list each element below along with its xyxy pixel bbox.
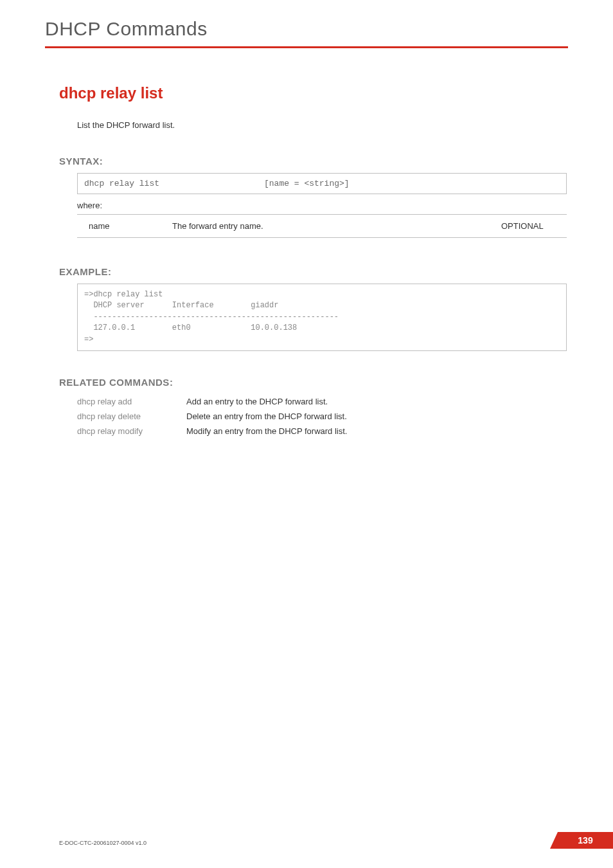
related-command-name: dhcp relay modify xyxy=(77,424,186,439)
param-required: OPTIONAL xyxy=(496,215,567,238)
header-rule xyxy=(45,46,568,48)
syntax-heading: SYNTAX: xyxy=(59,156,567,167)
related-row: dhcp relay deleteDelete an entry from th… xyxy=(77,409,567,424)
related-command-desc: Modify an entry from the DHCP forward li… xyxy=(186,424,567,439)
page-number-badge: 139 xyxy=(558,832,613,849)
topic-title: dhcp relay list xyxy=(59,84,567,102)
related-command-desc: Add an entry to the DHCP forward list. xyxy=(186,394,567,409)
param-name: name xyxy=(77,215,167,238)
example-box: =>dhcp relay list DHCP server Interface … xyxy=(77,284,567,351)
related-row: dhcp relay modifyModify an entry from th… xyxy=(77,424,567,439)
page-footer: E-DOC-CTC-20061027-0004 v1.0 139 xyxy=(0,832,613,849)
related-row: dhcp relay addAdd an entry to the DHCP f… xyxy=(77,394,567,409)
syntax-command: dhcp relay list xyxy=(84,179,264,188)
example-heading: EXAMPLE: xyxy=(59,266,567,277)
chapter-title: DHCP Commands xyxy=(45,18,568,40)
param-row: nameThe forward entry name.OPTIONAL xyxy=(77,215,567,238)
topic-description: List the DHCP forward list. xyxy=(77,120,567,130)
page-content: dhcp relay list List the DHCP forward li… xyxy=(45,84,568,439)
related-heading: RELATED COMMANDS: xyxy=(59,377,567,388)
related-commands-table: dhcp relay addAdd an entry to the DHCP f… xyxy=(77,394,567,439)
where-label: where: xyxy=(77,201,567,210)
doc-id: E-DOC-CTC-20061027-0004 v1.0 xyxy=(59,840,147,846)
page-root: DHCP Commands dhcp relay list List the D… xyxy=(0,0,613,868)
related-command-name: dhcp relay delete xyxy=(77,409,186,424)
related-command-name: dhcp relay add xyxy=(77,394,186,409)
page-number: 139 xyxy=(578,835,592,845)
syntax-box: dhcp relay list [name = <string>] xyxy=(77,173,567,194)
param-desc: The forward entry name. xyxy=(167,215,496,238)
syntax-args: [name = <string>] xyxy=(264,179,560,188)
page-header: DHCP Commands xyxy=(45,18,568,48)
param-table: nameThe forward entry name.OPTIONAL xyxy=(77,214,567,238)
related-command-desc: Delete an entry from the DHCP forward li… xyxy=(186,409,567,424)
